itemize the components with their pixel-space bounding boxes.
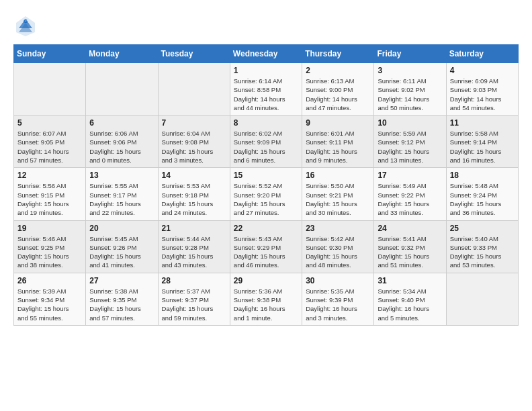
- calendar-body: 1Sunrise: 6:14 AM Sunset: 8:58 PM Daylig…: [14, 63, 519, 326]
- calendar-cell: 12Sunrise: 5:56 AM Sunset: 9:15 PM Dayli…: [14, 168, 86, 220]
- day-number: 27: [89, 276, 154, 285]
- calendar-cell: 30Sunrise: 5:35 AM Sunset: 9:39 PM Dayli…: [302, 273, 374, 325]
- day-info: Sunrise: 6:04 AM Sunset: 9:08 PM Dayligh…: [162, 129, 226, 165]
- calendar-cell: 25Sunrise: 5:40 AM Sunset: 9:33 PM Dayli…: [446, 220, 518, 273]
- day-number: 19: [17, 224, 82, 233]
- day-info: Sunrise: 5:50 AM Sunset: 9:21 PM Dayligh…: [306, 181, 370, 217]
- day-number: 11: [450, 118, 515, 128]
- calendar-week-1: 1Sunrise: 6:14 AM Sunset: 8:58 PM Daylig…: [14, 63, 519, 116]
- day-info: Sunrise: 5:46 AM Sunset: 9:25 PM Dayligh…: [17, 234, 82, 270]
- calendar-week-2: 5Sunrise: 6:07 AM Sunset: 9:05 PM Daylig…: [14, 116, 519, 168]
- header-row: SundayMondayTuesdayWednesdayThursdayFrid…: [14, 45, 519, 63]
- day-info: Sunrise: 5:53 AM Sunset: 9:18 PM Dayligh…: [162, 181, 226, 217]
- calendar-cell: 2Sunrise: 6:13 AM Sunset: 9:00 PM Daylig…: [302, 63, 374, 116]
- calendar-cell: 16Sunrise: 5:50 AM Sunset: 9:21 PM Dayli…: [302, 168, 374, 220]
- calendar-cell: 28Sunrise: 5:37 AM Sunset: 9:37 PM Dayli…: [158, 273, 230, 325]
- day-number: 16: [306, 171, 370, 180]
- day-info: Sunrise: 5:56 AM Sunset: 9:15 PM Dayligh…: [17, 181, 82, 217]
- day-number: 20: [89, 224, 154, 233]
- day-number: 29: [234, 276, 298, 285]
- calendar-cell: 20Sunrise: 5:45 AM Sunset: 9:26 PM Dayli…: [86, 220, 158, 273]
- calendar-cell: 15Sunrise: 5:52 AM Sunset: 9:20 PM Dayli…: [230, 168, 302, 220]
- day-info: Sunrise: 6:11 AM Sunset: 9:02 PM Dayligh…: [378, 77, 442, 112]
- day-number: 7: [162, 118, 226, 128]
- day-info: Sunrise: 6:14 AM Sunset: 8:58 PM Dayligh…: [234, 77, 298, 112]
- day-info: Sunrise: 5:43 AM Sunset: 9:29 PM Dayligh…: [234, 234, 298, 270]
- header-cell-tuesday: Tuesday: [158, 45, 230, 63]
- day-info: Sunrise: 5:37 AM Sunset: 9:37 PM Dayligh…: [162, 287, 226, 322]
- calendar-week-3: 12Sunrise: 5:56 AM Sunset: 9:15 PM Dayli…: [14, 168, 519, 220]
- day-info: Sunrise: 5:42 AM Sunset: 9:30 PM Dayligh…: [306, 234, 370, 270]
- calendar-cell: 6Sunrise: 6:06 AM Sunset: 9:06 PM Daylig…: [86, 116, 158, 168]
- day-info: Sunrise: 5:55 AM Sunset: 9:17 PM Dayligh…: [89, 181, 154, 217]
- header-cell-friday: Friday: [374, 45, 446, 63]
- calendar-cell: 9Sunrise: 6:01 AM Sunset: 9:11 PM Daylig…: [302, 116, 374, 168]
- calendar-cell: 31Sunrise: 5:34 AM Sunset: 9:40 PM Dayli…: [374, 273, 446, 325]
- header-cell-wednesday: Wednesday: [230, 45, 302, 63]
- calendar-cell: 7Sunrise: 6:04 AM Sunset: 9:08 PM Daylig…: [158, 116, 230, 168]
- day-info: Sunrise: 6:07 AM Sunset: 9:05 PM Dayligh…: [17, 129, 82, 165]
- day-number: 21: [162, 224, 226, 233]
- day-number: 24: [378, 224, 442, 233]
- day-info: Sunrise: 5:45 AM Sunset: 9:26 PM Dayligh…: [89, 234, 154, 270]
- day-info: Sunrise: 6:02 AM Sunset: 9:09 PM Dayligh…: [234, 129, 298, 165]
- calendar-cell: [446, 273, 518, 325]
- day-info: Sunrise: 5:44 AM Sunset: 9:28 PM Dayligh…: [162, 234, 226, 270]
- header-cell-sunday: Sunday: [14, 45, 86, 63]
- day-number: 23: [306, 224, 370, 233]
- day-info: Sunrise: 5:41 AM Sunset: 9:32 PM Dayligh…: [378, 234, 442, 270]
- calendar-header: SundayMondayTuesdayWednesdayThursdayFrid…: [14, 45, 519, 63]
- logo-icon: G: [13, 13, 38, 38]
- day-info: Sunrise: 6:01 AM Sunset: 9:11 PM Dayligh…: [306, 129, 370, 165]
- header-cell-monday: Monday: [86, 45, 158, 63]
- calendar-cell: 21Sunrise: 5:44 AM Sunset: 9:28 PM Dayli…: [158, 220, 230, 273]
- calendar-table: SundayMondayTuesdayWednesdayThursdayFrid…: [13, 44, 519, 326]
- calendar-cell: 10Sunrise: 5:59 AM Sunset: 9:12 PM Dayli…: [374, 116, 446, 168]
- day-info: Sunrise: 6:13 AM Sunset: 9:00 PM Dayligh…: [306, 77, 370, 112]
- day-info: Sunrise: 6:09 AM Sunset: 9:03 PM Dayligh…: [450, 77, 515, 112]
- day-info: Sunrise: 5:52 AM Sunset: 9:20 PM Dayligh…: [234, 181, 298, 217]
- day-number: 28: [162, 276, 226, 285]
- logo: G: [13, 13, 40, 38]
- calendar-cell: 13Sunrise: 5:55 AM Sunset: 9:17 PM Dayli…: [86, 168, 158, 220]
- calendar-cell: 18Sunrise: 5:48 AM Sunset: 9:24 PM Dayli…: [446, 168, 518, 220]
- header: G: [13, 13, 519, 38]
- day-number: 1: [234, 66, 298, 75]
- calendar-cell: 19Sunrise: 5:46 AM Sunset: 9:25 PM Dayli…: [14, 220, 86, 273]
- calendar-cell: 26Sunrise: 5:39 AM Sunset: 9:34 PM Dayli…: [14, 273, 86, 325]
- calendar-cell: [86, 63, 158, 116]
- calendar-cell: 11Sunrise: 5:58 AM Sunset: 9:14 PM Dayli…: [446, 116, 518, 168]
- day-number: 13: [89, 171, 154, 180]
- day-number: 8: [234, 118, 298, 128]
- day-number: 22: [234, 224, 298, 233]
- calendar-cell: 5Sunrise: 6:07 AM Sunset: 9:05 PM Daylig…: [14, 116, 86, 168]
- header-cell-thursday: Thursday: [302, 45, 374, 63]
- day-number: 30: [306, 276, 370, 285]
- day-info: Sunrise: 5:59 AM Sunset: 9:12 PM Dayligh…: [378, 129, 442, 165]
- day-number: 31: [378, 276, 442, 285]
- calendar-cell: 24Sunrise: 5:41 AM Sunset: 9:32 PM Dayli…: [374, 220, 446, 273]
- calendar-cell: [14, 63, 86, 116]
- calendar-cell: 29Sunrise: 5:36 AM Sunset: 9:38 PM Dayli…: [230, 273, 302, 325]
- calendar-cell: 17Sunrise: 5:49 AM Sunset: 9:22 PM Dayli…: [374, 168, 446, 220]
- day-number: 26: [17, 276, 82, 285]
- day-number: 2: [306, 66, 370, 75]
- day-number: 5: [17, 118, 82, 128]
- day-number: 4: [450, 66, 515, 75]
- day-number: 12: [17, 171, 82, 180]
- day-number: 15: [234, 171, 298, 180]
- calendar-cell: 3Sunrise: 6:11 AM Sunset: 9:02 PM Daylig…: [374, 63, 446, 116]
- day-info: Sunrise: 5:58 AM Sunset: 9:14 PM Dayligh…: [450, 129, 515, 165]
- calendar-cell: 4Sunrise: 6:09 AM Sunset: 9:03 PM Daylig…: [446, 63, 518, 116]
- day-info: Sunrise: 5:49 AM Sunset: 9:22 PM Dayligh…: [378, 181, 442, 217]
- calendar-week-5: 26Sunrise: 5:39 AM Sunset: 9:34 PM Dayli…: [14, 273, 519, 325]
- calendar-cell: 23Sunrise: 5:42 AM Sunset: 9:30 PM Dayli…: [302, 220, 374, 273]
- day-number: 9: [306, 118, 370, 128]
- day-number: 10: [378, 118, 442, 128]
- calendar-cell: [158, 63, 230, 116]
- day-number: 25: [450, 224, 515, 233]
- day-info: Sunrise: 5:39 AM Sunset: 9:34 PM Dayligh…: [17, 287, 82, 322]
- day-number: 6: [89, 118, 154, 128]
- day-info: Sunrise: 5:40 AM Sunset: 9:33 PM Dayligh…: [450, 234, 515, 270]
- day-info: Sunrise: 6:06 AM Sunset: 9:06 PM Dayligh…: [89, 129, 154, 165]
